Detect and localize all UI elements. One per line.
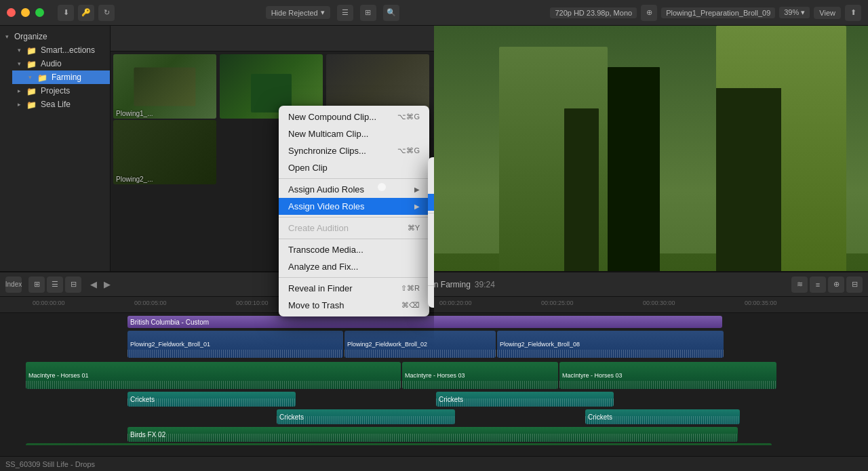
- ctx-reveal-finder[interactable]: Reveal in Finder ⇧⌘R: [279, 280, 429, 297]
- ruler-mark-2: 00:00:10:00: [236, 300, 269, 306]
- ctx-new-multicam[interactable]: New Multicam Clip...: [279, 125, 429, 142]
- open-clip-label: Open Clip: [288, 163, 328, 173]
- clip-horses-03-b[interactable]: MacIntyre - Horses 03: [559, 362, 776, 389]
- timeline-options-icon[interactable]: ⊟: [65, 277, 81, 293]
- clip-settings-icon[interactable]: ⊟: [846, 277, 863, 293]
- hide-rejected-button[interactable]: Hide Rejected ▾: [266, 6, 330, 19]
- folder-icon: 📁: [26, 87, 37, 95]
- clip-crickets-4[interactable]: Crickets: [585, 409, 740, 424]
- list-view-icon[interactable]: ☰: [337, 5, 353, 21]
- sub-english[interactable]: English: [428, 194, 434, 211]
- share-icon[interactable]: ⬆: [845, 5, 861, 21]
- bottom-bar: SS_60309 Still Life - Drops: [0, 456, 868, 471]
- audio-wave: [436, 398, 614, 407]
- audio-wave: [127, 398, 296, 407]
- sub-broll[interactable]: B-Roll: [428, 249, 434, 266]
- sub-interview[interactable]: Interview: [428, 266, 434, 283]
- grid-view-icon[interactable]: ⊞: [360, 5, 376, 21]
- import-icon[interactable]: ⬇: [58, 5, 74, 21]
- minimize-button[interactable]: [21, 8, 30, 17]
- ctx-transcode[interactable]: Transcode Media...: [279, 241, 429, 258]
- sub-edit-roles[interactable]: Edit Roles...: [428, 288, 434, 305]
- ruler-mark-6: 00:00:30:00: [643, 300, 675, 306]
- ctx-assign-video[interactable]: Assign Video Roles ▶: [279, 198, 429, 215]
- index-icon[interactable]: Index: [5, 277, 22, 293]
- sub-titles-1[interactable]: Titles ^⌥T: [428, 160, 434, 177]
- audio-wave: [344, 350, 496, 358]
- ruler-mark-0: 00:00:00:00: [33, 300, 65, 306]
- clip-label: Plowing2_Fieldwork_Broll_02: [347, 341, 427, 348]
- search-icon[interactable]: 🔍: [383, 5, 399, 21]
- sidebar-item-farming[interactable]: ▾ 📁 Farming: [12, 70, 110, 84]
- create-audition-shortcut: ⌘Y: [408, 224, 420, 232]
- ctx-new-compound[interactable]: New Compound Clip... ⌥⌘G: [279, 108, 429, 125]
- thumb-preview-1: [113, 54, 216, 119]
- add-to-timeline-icon[interactable]: ⊕: [641, 5, 657, 21]
- sub-video-2[interactable]: ✓ Video: [428, 232, 434, 249]
- ctx-move-trash[interactable]: Move to Trash ⌘⌫: [279, 297, 429, 314]
- clip-birds-fx[interactable]: Birds FX 02: [127, 427, 738, 442]
- close-button[interactable]: [7, 8, 16, 17]
- timeline: Index ⊞ ☰ ⊟ ◀ ▶ Roles in Farming 39:24 ≋…: [0, 271, 868, 471]
- assign-video-label: Assign Video Roles: [288, 201, 365, 211]
- zoom-icon[interactable]: ⊕: [828, 277, 844, 293]
- clip-crickets-2[interactable]: Crickets: [436, 392, 614, 407]
- view-menu-button[interactable]: View: [814, 7, 841, 19]
- audio-lanes-icon[interactable]: ≡: [810, 277, 826, 293]
- thumb-label-1: Plowing1_...: [116, 110, 153, 117]
- waveform-icon[interactable]: ≋: [791, 277, 808, 293]
- sidebar-item-smart-collections[interactable]: ▾ 📁 Smart...ections: [12, 43, 110, 57]
- arrow-icon: ▸: [18, 87, 24, 94]
- ruler-mark-7: 00:00:35:00: [745, 300, 777, 306]
- clip-crickets-3[interactable]: Crickets: [277, 409, 455, 424]
- sub-titles-2[interactable]: Titles: [428, 177, 434, 194]
- clip-label: MacIntyre - Horses 03: [562, 372, 623, 379]
- clip-british-columbia[interactable]: British Columbia - Custom: [127, 316, 722, 328]
- clip-horses-01[interactable]: MacIntyre - Horses 01: [26, 362, 401, 389]
- clip-crickets-1[interactable]: Crickets: [127, 392, 296, 407]
- sync-icon[interactable]: ↻: [98, 5, 115, 21]
- fullscreen-button[interactable]: [35, 8, 44, 17]
- submenu-arrow-icon: ▶: [414, 203, 420, 210]
- key-icon[interactable]: 🔑: [78, 5, 94, 21]
- farming-label: Farming: [52, 73, 81, 82]
- sidebar-item-organize[interactable]: ▾ Organize: [0, 30, 110, 43]
- media-thumb-4[interactable]: Plowing2_...: [113, 120, 216, 184]
- audio-wave: [127, 350, 343, 358]
- sidebar-item-sealife[interactable]: ▸ 📁 Sea Life: [12, 98, 110, 111]
- folder-icon: 📁: [26, 60, 37, 68]
- sealife-label: Sea Life: [41, 100, 71, 109]
- sidebar-item-projects[interactable]: ▸ 📁 Projects: [12, 84, 110, 98]
- clip-plowing-broll-02[interactable]: Plowing2_Fieldwork_Broll_02: [344, 331, 496, 358]
- arrow-icon: ▾: [18, 47, 24, 54]
- transcode-label: Transcode Media...: [288, 245, 363, 255]
- sub-video-1[interactable]: Video ^⌥V: [428, 216, 434, 232]
- synchronize-label: Synchronize Clips...: [288, 146, 366, 156]
- clip-plowing-broll-08[interactable]: Plowing2_Fieldwork_Broll_08: [497, 331, 724, 358]
- timeline-list-icon[interactable]: ☰: [47, 277, 63, 293]
- ctx-analyze[interactable]: Analyze and Fix...: [279, 258, 429, 275]
- arrow-icon: ▾: [28, 74, 35, 81]
- arrow-icon: ▸: [18, 101, 24, 108]
- clip-ss-drops[interactable]: SS_60309 Still Life - Drops: [26, 443, 772, 445]
- move-trash-label: Move to Trash: [288, 300, 344, 310]
- timeline-duration: 39:24: [475, 280, 495, 289]
- zoom-arrow-icon: ▾: [801, 8, 805, 16]
- timeline-clip-view-icon[interactable]: ⊞: [28, 277, 45, 293]
- forward-icon[interactable]: ▶: [104, 279, 111, 289]
- ctx-synchronize[interactable]: Synchronize Clips... ⌥⌘G: [279, 142, 429, 159]
- clip-horses-03-a[interactable]: MacIntyre - Horses 03: [402, 362, 558, 389]
- audio-wave: [585, 416, 740, 424]
- sub-sep-1: [428, 213, 434, 213]
- ctx-open-clip[interactable]: Open Clip: [279, 159, 429, 176]
- audio-label: Audio: [41, 59, 62, 68]
- back-icon[interactable]: ◀: [90, 279, 97, 289]
- clip-plowing-broll-01[interactable]: Plowing2_Fieldwork_Broll_01: [127, 331, 343, 358]
- media-thumb-1[interactable]: Plowing1_...: [113, 54, 216, 119]
- ctx-assign-audio[interactable]: Assign Audio Roles ▶: [279, 181, 429, 198]
- thumb-label-4: Plowing2_...: [116, 176, 153, 183]
- ruler-marks: 00:00:00:00 00:00:05:00 00:00:10:00 00:0…: [5, 300, 863, 310]
- sidebar-item-audio[interactable]: ▾ 📁 Audio: [12, 57, 110, 70]
- media-toolbar: [111, 26, 434, 52]
- ctx-sep-1: [279, 178, 429, 179]
